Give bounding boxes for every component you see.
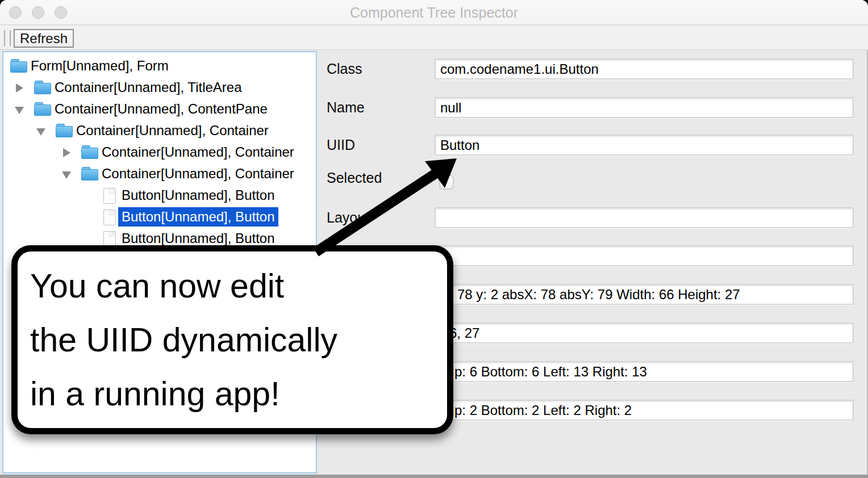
folder-icon (34, 102, 50, 116)
callout-bubble: You can now edit the UIID dynamically in… (11, 245, 453, 434)
file-icon (101, 188, 117, 203)
layout-label: Layout (327, 207, 369, 228)
layout-field[interactable] (435, 207, 854, 228)
blank-field[interactable] (435, 245, 854, 266)
padding-field[interactable] (435, 361, 854, 382)
tree-row-label: Container[Unnamed], TitleArea (51, 78, 245, 97)
selected-checkbox[interactable] (439, 175, 454, 190)
callout-text: You can now edit the UIID dynamically in… (18, 251, 447, 421)
callout-line: in a running app! (30, 367, 447, 421)
callout-line: You can now edit (30, 259, 447, 313)
selected-label: Selected (327, 167, 382, 188)
tree-row[interactable]: Container[Unnamed], TitleArea (3, 77, 316, 98)
tree-row-label: Form[Unnamed], Form (27, 56, 172, 76)
class-field[interactable] (435, 58, 854, 79)
folder-icon (34, 80, 50, 95)
callout-line: the UIID dynamically (30, 313, 447, 367)
size-field[interactable] (435, 322, 854, 343)
chevron-down-icon[interactable] (15, 102, 30, 116)
tree-row-label: Container[Unnamed], Container (73, 121, 272, 140)
chevron-down-icon[interactable] (36, 124, 51, 137)
tree-row-label: Container[Unnamed], ContentPane (51, 99, 271, 119)
tree-row-label: Button[Unnamed], Button (118, 186, 278, 205)
chevron-right-icon[interactable] (62, 145, 77, 159)
window-bottom-edge (0, 475, 868, 478)
folder-icon (81, 166, 97, 181)
folder-icon (56, 123, 72, 138)
tree-row-label: Container[Unnamed], Container (98, 142, 298, 162)
file-icon (101, 231, 117, 246)
chevron-down-icon[interactable] (62, 167, 77, 181)
page-title: Component Tree Inspector (0, 0, 868, 25)
chevron-right-icon[interactable] (15, 81, 30, 94)
tree-row[interactable]: Container[Unnamed], Container (3, 163, 316, 185)
bounds-field[interactable] (435, 284, 854, 305)
tree-row[interactable]: Container[Unnamed], Container (3, 141, 316, 163)
name-label: Name (327, 97, 365, 118)
folder-icon (81, 145, 97, 160)
margin-field[interactable] (435, 400, 854, 421)
tree-row-label: Container[Unnamed], Container (98, 164, 298, 183)
uiid-label: UIID (327, 135, 355, 156)
title-bar: Component Tree Inspector (0, 0, 868, 25)
file-icon (101, 209, 117, 224)
uiid-field[interactable] (435, 135, 854, 156)
tree-row[interactable]: Container[Unnamed], Container (3, 120, 316, 141)
tree-row-label: Button[Unnamed], Button (118, 207, 278, 227)
toolbar: Refresh (0, 26, 868, 50)
toolbar-drag-handle-icon[interactable] (4, 30, 11, 46)
name-field[interactable] (435, 97, 854, 118)
tree-row[interactable]: Container[Unnamed], ContentPane (3, 98, 316, 120)
tree-row[interactable]: Form[Unnamed], Form (3, 55, 316, 77)
folder-icon (10, 58, 26, 73)
component-tree-inspector-window: Component Tree Inspector Refresh Form[Un… (0, 0, 868, 478)
tree-row[interactable]: Button[Unnamed], Button (3, 185, 316, 206)
class-label: Class (327, 58, 362, 79)
tree-row[interactable]: Button[Unnamed], Button (3, 206, 316, 228)
refresh-button[interactable]: Refresh (14, 29, 74, 48)
